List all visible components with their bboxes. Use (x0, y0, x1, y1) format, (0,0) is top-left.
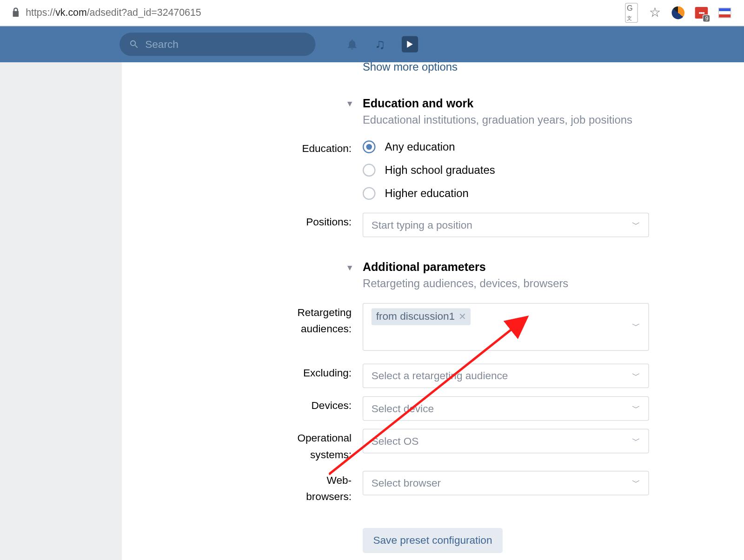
notifications-icon[interactable] (346, 38, 359, 51)
translate-icon[interactable]: G文 (625, 7, 638, 20)
devices-select[interactable]: Select device ﹀ (363, 396, 649, 421)
positions-select[interactable]: Start typing a position ﹀ (363, 213, 649, 237)
lock-icon (6, 7, 20, 19)
extension-flag-icon[interactable] (718, 7, 731, 20)
chevron-down-icon: ﹀ (632, 370, 640, 381)
content-panel: Show more options ▼ Education and work E… (122, 62, 744, 560)
retargeting-tag: from discussion1 ✕ (372, 308, 471, 325)
positions-label: Positions: (285, 214, 356, 230)
extension-similarweb-icon[interactable] (671, 7, 684, 20)
radio-icon (363, 164, 376, 177)
collapse-caret-icon[interactable]: ▼ (346, 99, 354, 108)
os-label: Operational systems: (285, 430, 356, 462)
browser-address-bar: https://vk.com/adsedit?ad_id=32470615 G文… (0, 0, 744, 26)
bookmark-star-icon[interactable]: ☆ (648, 7, 661, 20)
section-subtitle: Educational institutions, graduation yea… (363, 114, 740, 127)
os-select[interactable]: Select OS ﹀ (363, 429, 649, 454)
section-education-work: ▼ Education and work Educational institu… (285, 97, 740, 237)
retargeting-audiences-select[interactable]: from discussion1 ✕ ﹀ (363, 303, 649, 351)
section-subtitle: Retargeting audiences, devices, browsers (363, 277, 740, 290)
show-more-options-link[interactable]: Show more options (363, 60, 740, 73)
education-label: Education: (285, 140, 356, 157)
chevron-down-icon: ﹀ (632, 220, 640, 231)
url-field[interactable]: https://vk.com/adsedit?ad_id=32470615 (26, 7, 625, 19)
excluding-select[interactable]: Select a retargeting audience ﹀ (363, 363, 649, 388)
devices-label: Devices: (285, 397, 356, 414)
education-radio-highschool[interactable]: High school graduates (363, 164, 740, 177)
extension-lastpass-icon[interactable]: •••9 (695, 7, 708, 20)
music-icon[interactable]: ♫ (375, 36, 385, 53)
section-additional-parameters: ▼ Additional parameters Retargeting audi… (285, 260, 740, 560)
save-preset-button[interactable]: Save preset configuration (363, 528, 503, 553)
remove-tag-icon[interactable]: ✕ (458, 311, 466, 323)
top-navbar: Search ♫ (0, 26, 744, 62)
chevron-down-icon: ﹀ (632, 321, 640, 332)
radio-icon (363, 187, 376, 200)
page-body: Show more options ▼ Education and work E… (0, 62, 744, 560)
chevron-down-icon: ﹀ (632, 403, 640, 414)
search-placeholder: Search (145, 38, 179, 50)
chevron-down-icon: ﹀ (632, 436, 640, 447)
browsers-select[interactable]: Select browser ﹀ (363, 471, 649, 495)
excluding-label: Excluding: (285, 365, 356, 381)
section-title: Additional parameters (363, 260, 740, 274)
education-radio-any[interactable]: Any education (363, 140, 740, 153)
radio-icon (363, 140, 376, 153)
search-icon (129, 39, 140, 50)
retargeting-label: Retargeting audiences: (285, 304, 356, 337)
play-icon[interactable] (402, 36, 418, 53)
collapse-caret-icon[interactable]: ▼ (346, 263, 354, 272)
browsers-label: Web-browsers: (285, 472, 356, 505)
section-title: Education and work (363, 97, 740, 110)
chevron-down-icon: ﹀ (632, 478, 640, 488)
search-input[interactable]: Search (120, 33, 315, 56)
education-radio-higher[interactable]: Higher education (363, 187, 740, 200)
